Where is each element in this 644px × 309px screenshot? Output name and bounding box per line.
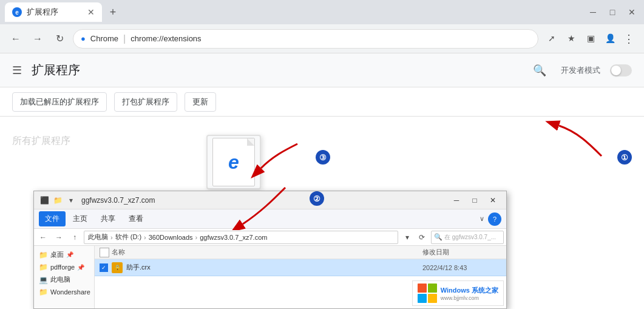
address-brand: Chrome [90, 34, 118, 43]
fe-path-folder2: ggfwzsv3.0.7_xz7.com [200, 234, 267, 241]
fe-ribbon-tab-file[interactable]: 文件 [39, 211, 66, 226]
dev-mode-toggle[interactable] [610, 64, 632, 76]
hamburger-icon[interactable]: ☰ [12, 64, 22, 77]
address-url: chrome://extensions [130, 34, 201, 43]
title-bar: e 扩展程序 ✕ + ─ □ ✕ [0, 0, 644, 24]
fe-ribbon-tab-share[interactable]: 共享 [95, 211, 121, 226]
win-main-text: Windows 系统之家 [441, 286, 498, 295]
update-button[interactable]: 更新 [185, 92, 216, 112]
pack-extension-button[interactable]: 打包扩展程序 [114, 92, 177, 112]
fe-search-box[interactable]: 🔍 在 ggfwzsv3.0.7_... [431, 231, 504, 244]
active-tab[interactable]: e 扩展程序 ✕ [5, 2, 102, 22]
minimize-button[interactable]: ─ [586, 5, 600, 19]
fe-sidebar-thispc-label: 此电脑 [50, 275, 70, 284]
thispc-icon: 💻 [39, 276, 48, 284]
win-text: Windows 系统之家 www.bjjmlv.com [441, 286, 498, 301]
fe-path-drive: 软件 (D:) [115, 233, 141, 242]
fe-path-folder1: 360Downloads [149, 234, 193, 241]
fe-search-placeholder: 在 ggfwzsv3.0.7_... [444, 233, 496, 242]
fe-minimize-button[interactable]: ─ [448, 194, 465, 206]
circle-1: ① [617, 150, 632, 165]
arrow-to-file [212, 182, 303, 230]
share-button[interactable]: ➚ [543, 30, 560, 47]
fe-sidebar-pdfforge[interactable]: 📁 pdfforge 📌 [34, 261, 94, 273]
address-bar-row: ← → ↻ ● Chrome | chrome://extensions ➚ ★… [0, 24, 644, 53]
circle-3: ③ [316, 150, 330, 165]
fe-sidebar-desktop-label: 桌面 [50, 250, 64, 259]
fe-list-header: 名称 修改日期 [95, 246, 506, 259]
search-icon[interactable]: 🔍 [533, 64, 546, 77]
fe-back-icon[interactable]: ⬛ [39, 195, 50, 206]
address-separator: | [123, 33, 126, 44]
new-tab-button[interactable]: + [104, 4, 121, 21]
fe-file-checkbox[interactable]: ✓ [100, 263, 108, 272]
fe-path-pc: 此电脑 [88, 233, 108, 242]
fe-help-button[interactable]: ? [488, 212, 501, 226]
fe-back-button[interactable]: ← [36, 231, 50, 244]
fe-file-row[interactable]: ✓ 🔒 助手.crx 2022/4/12 8:43 [95, 259, 506, 276]
pdfforge-folder-icon: 📁 [39, 263, 48, 271]
wondershare-folder-icon: 📁 [39, 288, 48, 296]
tab-favicon: e [12, 7, 22, 17]
fe-sidebar-wondershare-label: Wondershare [50, 288, 90, 296]
circle-2: ② [310, 191, 324, 206]
fe-path-bar[interactable]: 此电脑 › 软件 (D:) › 360Downloads › ggfwzsv3.… [84, 231, 398, 244]
profile-button[interactable]: 👤 [602, 30, 619, 47]
annotation-1: ① [617, 150, 632, 165]
page-title: 扩展程序 [32, 62, 80, 78]
menu-button[interactable]: ⋮ [621, 30, 637, 48]
arrow-to-icon [231, 138, 303, 186]
fe-title-icons: ⬛ 📁 ▾ [39, 195, 76, 206]
win-sub-text: www.bjjmlv.com [441, 295, 498, 301]
tab-label: 扩展程序 [27, 7, 58, 18]
fe-path-dropdown[interactable]: ▾ [401, 231, 414, 244]
reload-button[interactable]: ↻ [51, 30, 68, 47]
annotation-2: ② [310, 191, 324, 206]
windows-logo [418, 284, 437, 303]
tab-close-button[interactable]: ✕ [87, 7, 95, 17]
windows-watermark: Windows 系统之家 www.bjjmlv.com [412, 280, 504, 306]
fe-select-all-checkbox[interactable] [100, 248, 109, 257]
maximize-button[interactable]: □ [605, 5, 620, 19]
fe-sidebar: 📁 桌面 📌 📁 pdfforge 📌 💻 此电脑 📁 [34, 246, 95, 308]
address-bar-actions: ➚ ★ ▣ 👤 ⋮ [543, 30, 637, 48]
fe-search-icon: 🔍 [434, 233, 442, 241]
fe-sidebar-pdfforge-label: pdfforge [50, 263, 75, 271]
fe-col-name-header: 名称 [112, 248, 420, 257]
arrow-to-toggle [541, 120, 626, 162]
forward-button[interactable]: → [29, 30, 46, 47]
fe-up-button[interactable]: ↑ [68, 231, 81, 244]
annotation-3: ③ [316, 150, 330, 165]
fe-ribbon-tab-view[interactable]: 查看 [123, 211, 149, 226]
fe-refresh-button[interactable]: ⟳ [415, 231, 429, 244]
fe-sidebar-thispc[interactable]: 💻 此电脑 [34, 273, 94, 286]
fe-filedate: 2022/4/12 8:43 [422, 264, 501, 271]
address-bar[interactable]: ● Chrome | chrome://extensions [73, 29, 538, 49]
fe-forward-button[interactable]: → [52, 231, 66, 244]
load-unpacked-button[interactable]: 加载已解压的扩展程序 [12, 92, 107, 112]
fe-file-type-icon: 🔒 [112, 262, 123, 273]
fe-arrow-icon: ▾ [66, 195, 76, 206]
fe-ribbon-tab-home[interactable]: 主页 [67, 211, 93, 226]
all-extensions-label: 所有扩展程序 [12, 135, 70, 148]
fe-filename: 助手.crx [126, 263, 419, 272]
browser-window: e 扩展程序 ✕ + ─ □ ✕ ← → ↻ ● Chrome | chrome… [0, 0, 644, 309]
address-lock-icon: ● [81, 34, 86, 43]
bookmark-button[interactable]: ★ [563, 30, 580, 47]
fe-folder-small-icon: 📁 [52, 195, 63, 206]
extension-button[interactable]: ▣ [582, 30, 599, 47]
fe-sidebar-desktop[interactable]: 📁 桌面 📌 [34, 248, 94, 261]
fe-sidebar-wondershare[interactable]: 📁 Wondershare [34, 286, 94, 298]
fe-address-bar: ← → ↑ 此电脑 › 软件 (D:) › 360Downloads › ggf… [34, 229, 506, 246]
toggle-knob [611, 66, 621, 75]
back-button[interactable]: ← [7, 30, 24, 47]
close-button[interactable]: ✕ [625, 5, 639, 19]
fe-col-date-header: 修改日期 [422, 248, 501, 257]
fe-close-button[interactable]: ✕ [484, 194, 501, 206]
extensions-header: ☰ 扩展程序 🔍 开发者模式 [0, 53, 644, 87]
title-bar-controls: ─ □ ✕ [586, 5, 639, 19]
fe-expand-icon[interactable]: ∨ [480, 215, 484, 223]
extensions-toolbar: 加载已解压的扩展程序 打包扩展程序 更新 [0, 87, 644, 117]
fe-maximize-button[interactable]: □ [466, 194, 483, 206]
extensions-page: ☰ 扩展程序 🔍 开发者模式 加载已解压的扩展程序 打包扩展程序 更新 所有扩展… [0, 53, 644, 309]
